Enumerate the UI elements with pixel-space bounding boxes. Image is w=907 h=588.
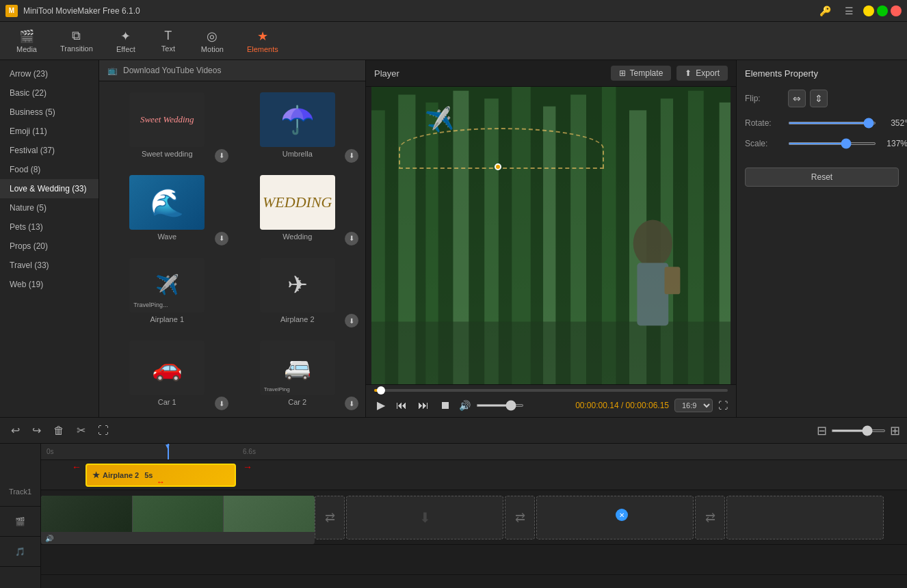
transition-2[interactable]: ⬇ xyxy=(346,496,503,539)
download-youtube-bar[interactable]: 📺 Download YouTube Videos xyxy=(99,60,365,81)
transition-4[interactable] xyxy=(536,496,694,539)
tool-elements-label: Elements xyxy=(247,45,278,53)
element-wave[interactable]: 🌊 Wave ⬇ xyxy=(102,167,233,250)
flip-horizontal-button[interactable]: ⇔ xyxy=(788,90,806,107)
scale-value: 137% xyxy=(882,139,907,148)
undo-button[interactable]: ↩ xyxy=(7,421,24,440)
element-wedding[interactable]: WEDDING Wedding ⬇ xyxy=(233,167,363,250)
umbrella-emoji: ☂️ xyxy=(280,104,315,136)
category-love-wedding[interactable]: Love & Wedding (33) xyxy=(0,179,98,198)
category-business[interactable]: Business (5) xyxy=(0,103,98,122)
scale-slider[interactable] xyxy=(788,142,876,145)
prev-button[interactable]: ⏮ xyxy=(393,398,410,413)
umbrella-download[interactable]: ⬇ xyxy=(345,149,358,163)
element-umbrella[interactable]: ☂️ Umbrella ⬇ xyxy=(233,84,363,167)
titlebar: M MiniTool MovieMaker Free 6.1.0 🔑 ☰ xyxy=(0,0,907,22)
element-airplane2[interactable]: ✈ Airplane 2 ⬇ xyxy=(233,250,363,332)
next-button[interactable]: ⏭ xyxy=(415,398,432,413)
text-icon: T xyxy=(164,29,172,43)
category-food[interactable]: Food (8) xyxy=(0,160,98,179)
sweet-wedding-download[interactable]: ⬇ xyxy=(215,149,228,163)
category-festival[interactable]: Festival (37) xyxy=(0,141,98,160)
timeline-area: ↩ ↪ 🗑 ✂ ⛶ ⊟ ⊞ Track1 🎬 🎵 xyxy=(0,417,907,588)
category-web[interactable]: Web (19) xyxy=(0,275,98,294)
redo-button[interactable]: ↪ xyxy=(28,421,45,440)
airplane2-download[interactable]: ⬇ xyxy=(345,314,358,328)
tool-elements[interactable]: ★ Elements xyxy=(236,26,289,56)
stop-button[interactable]: ⏹ xyxy=(437,398,454,413)
wedding-download[interactable]: ⬇ xyxy=(345,232,358,245)
wave-label: Wave xyxy=(157,232,176,241)
element-airplane1[interactable]: ✈️ TravelPing... Airplane 1 xyxy=(102,250,233,332)
menu-icon[interactable]: ☰ xyxy=(841,4,858,18)
car1-download[interactable]: ⬇ xyxy=(215,397,228,410)
sweet-wedding-label: Sweet wedding xyxy=(142,150,193,158)
delete-badge[interactable]: ✕ xyxy=(616,509,628,521)
track1-label: Track1 xyxy=(0,477,40,507)
player-controls: ▶ ⏮ ⏭ ⏹ 🔊 00:00:00.14 / 00:00:06.15 16:9… xyxy=(366,384,736,417)
minimize-button[interactable] xyxy=(863,5,874,16)
crop-button[interactable]: ⛶ xyxy=(94,422,113,440)
play-button[interactable]: ▶ xyxy=(374,397,388,413)
element-car2[interactable]: 🚐 TravelPing Car 2 ⬇ xyxy=(233,332,363,414)
element-clip[interactable]: ★ Airplane 2 5s ↔ xyxy=(86,464,236,487)
category-nature[interactable]: Nature (5) xyxy=(0,198,98,217)
category-arrow[interactable]: Arrow (23) xyxy=(0,64,98,83)
category-pets[interactable]: Pets (13) xyxy=(0,217,98,237)
export-button[interactable]: ⬆ Export xyxy=(676,66,728,81)
aspect-ratio-select[interactable]: 16:9 9:16 1:1 4:3 xyxy=(674,399,713,412)
tool-transition-label: Transition xyxy=(60,44,93,53)
volume-slider[interactable] xyxy=(476,404,524,407)
rotate-slider[interactable] xyxy=(788,122,876,124)
key-icon[interactable]: 🔑 xyxy=(815,4,835,18)
progress-bar[interactable] xyxy=(374,389,728,392)
clip-duration: 5s xyxy=(144,471,153,479)
audio-waveform-bar: 🔊 xyxy=(41,532,315,544)
tool-media[interactable]: 🎬 Media xyxy=(5,26,48,56)
category-props[interactable]: Props (20) xyxy=(0,237,98,256)
svg-rect-14 xyxy=(371,321,731,384)
timeline-content: Track1 🎬 🎵 0s 6.6s ← → xyxy=(0,444,907,588)
ruler-mark-6: 6.6s xyxy=(243,448,256,455)
element-car1[interactable]: 🚗 Car 1 ⬇ xyxy=(102,332,233,414)
car1-label: Car 1 xyxy=(158,398,176,406)
flip-label: Flip: xyxy=(745,94,783,103)
video-container: ✈️ xyxy=(371,87,731,384)
effect-icon: ✦ xyxy=(120,29,131,44)
tool-motion[interactable]: ◎ Motion xyxy=(190,26,235,56)
element-sweet-wedding[interactable]: Sweet Wedding Sweet wedding ⬇ xyxy=(102,84,233,167)
template-label: Template xyxy=(630,68,663,78)
ruler-spacer xyxy=(0,460,40,477)
transition-3[interactable]: ⇄ xyxy=(505,496,535,539)
elements-icon: ★ xyxy=(257,29,268,44)
fullscreen-button[interactable]: ⛶ xyxy=(718,400,728,411)
tool-transition[interactable]: ⧉ Transition xyxy=(49,26,104,55)
progress-handle[interactable] xyxy=(377,386,385,395)
transition-6[interactable] xyxy=(726,496,884,539)
window-controls xyxy=(863,5,902,16)
transition-5[interactable]: ⇄ xyxy=(695,496,725,539)
wedding-text: WEDDING xyxy=(263,193,332,211)
tool-effect[interactable]: ✦ Effect xyxy=(105,26,146,56)
category-travel[interactable]: Travel (33) xyxy=(0,256,98,275)
tool-effect-label: Effect xyxy=(116,45,135,53)
delete-clip-button[interactable]: 🗑 xyxy=(49,422,68,440)
audio-track-icon: 🎵 xyxy=(0,537,40,567)
template-button[interactable]: ⊞ Template xyxy=(611,66,672,81)
categories-panel: Arrow (23) Basic (22) Business (5) Emoji… xyxy=(0,60,99,417)
wave-download[interactable]: ⬇ xyxy=(215,232,228,245)
maximize-button[interactable] xyxy=(877,5,888,16)
zoom-slider[interactable] xyxy=(831,429,886,432)
car2-download[interactable]: ⬇ xyxy=(345,397,358,410)
close-button[interactable] xyxy=(891,5,902,16)
reset-button[interactable]: Reset xyxy=(745,168,899,187)
category-emoji[interactable]: Emoji (11) xyxy=(0,122,98,141)
tool-text[interactable]: T Text xyxy=(148,26,189,55)
app-title: MiniTool MovieMaker Free 6.1.0 xyxy=(23,6,810,16)
main-area: Arrow (23) Basic (22) Business (5) Emoji… xyxy=(0,60,907,417)
category-basic[interactable]: Basic (22) xyxy=(0,83,98,103)
transition-1[interactable]: ⇄ xyxy=(315,496,345,539)
wave-emoji: 🌊 xyxy=(150,187,184,219)
flip-vertical-button[interactable]: ⇕ xyxy=(810,90,828,107)
split-button[interactable]: ✂ xyxy=(73,421,90,440)
